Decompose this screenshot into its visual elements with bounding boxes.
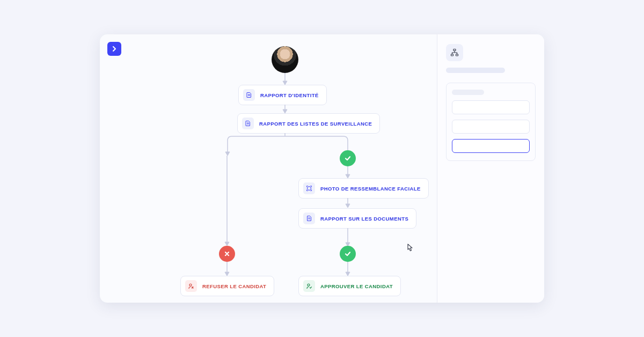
svg-point-19 [189, 284, 192, 286]
svg-point-10 [308, 187, 311, 191]
node-document-report[interactable]: RAPPORT SUR LES DOCUMENTS [298, 208, 416, 229]
skeleton-input-active[interactable] [452, 139, 530, 153]
node-approve[interactable]: APPROUVER LE CANDIDAT [298, 276, 401, 296]
document-icon [303, 213, 315, 224]
skeleton-label [452, 90, 484, 95]
skeleton-input[interactable] [452, 100, 530, 114]
node-label: RAPPORT D'IDENTITÉ [260, 92, 319, 98]
connector-branch [223, 133, 352, 157]
svg-rect-23 [456, 54, 458, 56]
node-label: RAPPORT SUR LES DOCUMENTS [320, 216, 408, 222]
flowchart: RAPPORT D'IDENTITÉ RAPPORT DES LISTES DE… [100, 34, 437, 303]
svg-marker-16 [225, 272, 229, 276]
report-icon [242, 118, 254, 129]
node-label: PHOTO DE RESSEMBLANCE FACIALE [320, 186, 421, 192]
side-panel [437, 34, 544, 303]
svg-marker-9 [346, 174, 350, 178]
report-icon [243, 89, 255, 101]
node-label: RAPPORT DES LISTES DE SURVEILLANCE [259, 121, 372, 127]
node-label: APPROUVER LE CANDIDAT [320, 283, 393, 289]
user-reject-icon [185, 280, 197, 292]
cross-circle-icon[interactable] [219, 246, 235, 262]
svg-point-20 [308, 284, 310, 286]
side-form-skeleton [446, 83, 536, 161]
node-identity-report[interactable]: RAPPORT D'IDENTITÉ [238, 85, 327, 105]
flowchart-icon [450, 48, 459, 57]
connector [345, 166, 350, 178]
app-window: RAPPORT D'IDENTITÉ RAPPORT DES LISTES DE… [100, 34, 544, 303]
node-watchlist-report[interactable]: RAPPORT DES LISTES DE SURVEILLANCE [237, 113, 380, 134]
svg-marker-3 [283, 109, 287, 113]
svg-marker-7 [225, 242, 229, 246]
skeleton-input[interactable] [452, 120, 530, 134]
connector [224, 262, 230, 276]
connector [345, 262, 350, 276]
pointer-cursor-icon [406, 244, 414, 253]
user-approve-icon [303, 280, 315, 292]
svg-rect-22 [451, 54, 453, 56]
check-circle-icon[interactable] [340, 150, 356, 166]
workflow-canvas[interactable]: RAPPORT D'IDENTITÉ RAPPORT DES LISTES DE… [100, 34, 437, 303]
connector [224, 156, 230, 246]
face-match-icon [303, 182, 315, 194]
candidate-avatar [272, 46, 298, 73]
skeleton-title [446, 68, 505, 73]
svg-marker-4 [225, 152, 230, 156]
svg-marker-18 [346, 272, 350, 276]
svg-marker-1 [283, 81, 287, 85]
svg-rect-21 [453, 49, 456, 51]
node-facial-match[interactable]: PHOTO DE RESSEMBLANCE FACIALE [298, 178, 429, 199]
node-reject[interactable]: REFUSER LE CANDIDAT [180, 276, 274, 296]
connector [345, 228, 350, 246]
connector [282, 73, 288, 85]
check-circle-icon[interactable] [340, 246, 356, 262]
connector [282, 105, 288, 113]
node-label: REFUSER LE CANDIDAT [202, 283, 266, 289]
connector [345, 198, 350, 208]
flowchart-icon-tile[interactable] [446, 44, 463, 61]
svg-marker-12 [346, 204, 350, 208]
